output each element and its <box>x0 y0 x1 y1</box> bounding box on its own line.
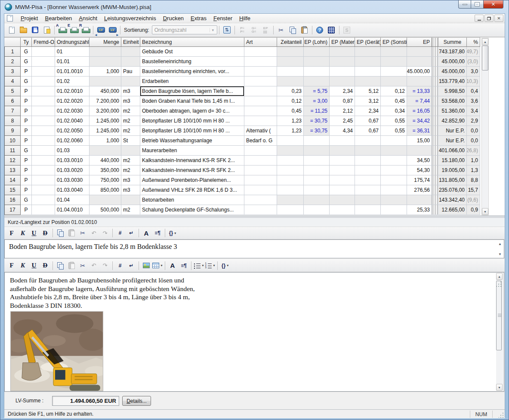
title-bar[interactable]: MWM-Pisa - [Bonner Wasserwerk (MWM-Muste… <box>0 0 509 13</box>
scroll-down-icon[interactable]: ▼ <box>496 384 503 391</box>
sort-settings-button[interactable]: ⇅ <box>222 25 232 35</box>
cell-zeit[interactable]: 0,23 <box>277 86 304 96</box>
bold-button[interactable]: F <box>6 228 17 238</box>
cell-ty[interactable]: P <box>21 116 32 126</box>
cell-eps[interactable] <box>381 205 407 215</box>
cell-summe[interactable]: 53.568,00 <box>438 96 467 106</box>
cell-einheit[interactable]: m3 <box>121 96 140 106</box>
cell-epg[interactable] <box>355 77 381 86</box>
cell-oz[interactable]: 01.02.0020 <box>55 96 89 106</box>
cell-epm[interactable] <box>330 136 355 146</box>
cell-zeit[interactable] <box>277 47 304 57</box>
cell-bez[interactable]: Boden Graben Kanal Tiefe bis 1,45 m l... <box>140 96 244 106</box>
cell-pct[interactable]: 2,9 <box>467 116 480 126</box>
cell-zeit[interactable] <box>277 146 304 156</box>
row-header[interactable]: 13 <box>4 166 21 175</box>
cell-epm[interactable]: 2,45 <box>330 116 355 126</box>
cell-fo[interactable] <box>32 126 55 136</box>
cell-summe[interactable]: 45.000,00 <box>438 67 467 77</box>
cell-epg[interactable] <box>355 175 381 185</box>
cell-bez[interactable]: Außenwand VHLz SFK 28 RDK 1,6 D 3... <box>140 185 244 195</box>
cell-epg[interactable]: 3,12 <box>355 96 381 106</box>
row-header[interactable]: 17 <box>4 205 21 215</box>
cell-menge[interactable] <box>89 57 121 67</box>
cell-ty[interactable]: P <box>21 205 32 215</box>
close-button[interactable]: ✕ <box>484 0 503 9</box>
italic-button[interactable]: K <box>18 261 28 270</box>
scroll-up-icon[interactable]: ▲ <box>496 273 503 280</box>
cell-fo[interactable] <box>32 146 55 156</box>
cell-ty[interactable]: P <box>21 166 32 175</box>
cell-art[interactable] <box>244 96 277 106</box>
cell-fo[interactable] <box>32 96 55 106</box>
cell-epl[interactable] <box>304 77 330 86</box>
minimize-button[interactable] <box>458 0 471 9</box>
cell-eps[interactable]: 0,45 <box>381 96 407 106</box>
cell-art[interactable] <box>244 146 277 156</box>
print-e-button[interactable]: E <box>68 25 79 35</box>
row-header[interactable]: 14 <box>4 175 21 185</box>
cell-eps[interactable] <box>381 156 407 166</box>
row-header[interactable]: 2 <box>4 57 21 67</box>
row-header[interactable]: 10 <box>4 136 21 146</box>
new-document-button[interactable] <box>6 25 17 35</box>
cell-art[interactable] <box>244 47 277 57</box>
menu-ansicht[interactable]: Ansicht <box>75 14 101 22</box>
col-header-ty[interactable]: Ty <box>21 37 32 47</box>
number-sign-button[interactable]: # <box>115 228 125 238</box>
cell-summe[interactable]: 15.180,00 <box>438 156 467 166</box>
cell-art[interactable]: Alternativ ( <box>244 126 277 136</box>
cell-epm[interactable]: 0,87 <box>330 96 355 106</box>
cell-oz[interactable]: 01.02.0040 <box>55 116 89 126</box>
cell-pct[interactable]: (3,0) <box>467 57 480 67</box>
cell-bez[interactable]: Gebäude Ost <box>140 47 244 57</box>
cell-menge[interactable]: 7.200,000 <box>89 96 121 106</box>
cell-summe[interactable]: 235.076,00 <box>438 185 467 195</box>
cell-epl[interactable]: = 11,25 <box>304 106 330 116</box>
cell-epl[interactable] <box>304 195 330 205</box>
cell-oz[interactable]: 01.02.0060 <box>55 136 89 146</box>
cell-zeit[interactable] <box>277 77 304 86</box>
help-button[interactable]: ? <box>315 25 325 35</box>
cell-epm[interactable] <box>330 185 355 195</box>
cell-pct[interactable]: 15,7 <box>467 185 480 195</box>
cell-epm[interactable] <box>330 175 355 185</box>
cell-art[interactable]: Bedarf o. G <box>244 136 277 146</box>
cell-ep[interactable]: = 7,44 <box>407 96 432 106</box>
cell-ty[interactable]: G <box>21 47 32 57</box>
cell-pct[interactable]: 0,9 <box>467 205 480 215</box>
cell-eps[interactable]: 0,34 <box>381 106 407 116</box>
cell-menge[interactable] <box>89 146 121 156</box>
cell-menge[interactable]: 1,000 <box>89 136 121 146</box>
copy-button[interactable] <box>55 261 65 270</box>
cell-eps[interactable]: 0,55 <box>381 126 407 136</box>
menu-projekt[interactable]: Projekt <box>17 14 41 22</box>
numbered-list-button[interactable]: ▾ <box>205 261 215 270</box>
cell-epg[interactable] <box>355 205 381 215</box>
cell-eps[interactable] <box>381 146 407 156</box>
cell-epg[interactable]: 2,34 <box>355 106 381 116</box>
cell-art[interactable] <box>244 156 277 166</box>
cell-bez[interactable]: Betonpflaster L/B 100/100 mm H 80 ... <box>140 126 244 136</box>
cell-ep[interactable]: 15,00 <box>407 136 432 146</box>
cell-summe[interactable]: 131.805,00 <box>438 175 467 185</box>
maximize-button[interactable] <box>471 0 484 9</box>
cell-einheit[interactable]: m3 <box>121 175 140 185</box>
cell-ep[interactable] <box>407 146 432 156</box>
col-header-pct[interactable]: % <box>467 37 480 47</box>
cell-epl[interactable] <box>304 156 330 166</box>
cell-epl[interactable]: = 3,00 <box>304 96 330 106</box>
cell-oz[interactable]: 01.03 <box>55 146 89 156</box>
cell-eps[interactable] <box>381 67 407 77</box>
cell-menge[interactable]: 1.245,000 <box>89 126 121 136</box>
cell-epm[interactable] <box>330 77 355 86</box>
cell-bez[interactable]: Boden Baugrube lösen, lagern Tiefe b... <box>140 86 244 96</box>
cell-epg[interactable]: 0,67 <box>355 126 381 136</box>
cell-eps[interactable] <box>381 47 407 57</box>
cell-ep[interactable]: 54,30 <box>407 166 432 175</box>
cell-epl[interactable] <box>304 146 330 156</box>
cell-bez[interactable]: Baustelleneinrichtung einrichten, vor... <box>140 67 244 77</box>
scrollbar-thumb[interactable] <box>496 281 502 350</box>
cell-epl[interactable]: = 30,75 <box>304 116 330 126</box>
cell-art[interactable] <box>244 166 277 175</box>
